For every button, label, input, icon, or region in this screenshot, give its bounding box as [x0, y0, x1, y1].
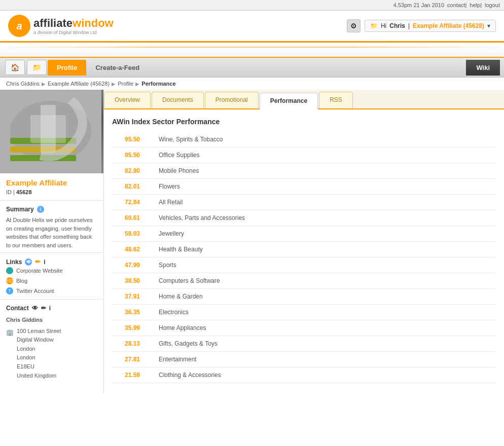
corporate-website-link[interactable]: Corporate Website — [16, 268, 63, 274]
score-cell: 36.35 — [112, 305, 153, 320]
link-item-twitter: T Twitter Account — [6, 286, 97, 296]
folder-icon: 📁 — [370, 22, 378, 29]
summary-title: Summary i — [6, 206, 97, 213]
content-area: Overview Documents Promotional Performan… — [104, 90, 504, 393]
score-cell: 48.62 — [112, 242, 153, 257]
nav-folder-button[interactable]: 📁 — [27, 60, 47, 75]
logo-icon: a — [8, 15, 30, 37]
sidebar: Example Affiliate ID | 45628 Summary i A… — [0, 90, 104, 393]
label-cell: Health & Beauty — [153, 242, 496, 257]
affiliate-logo-svg — [0, 90, 101, 173]
logout-link[interactable]: logout — [485, 2, 500, 8]
table-row: 58.03 Jewellery — [112, 226, 496, 242]
tab-overview[interactable]: Overview — [104, 92, 151, 108]
table-row: 82.01 Flowers — [112, 179, 496, 195]
contact-name: Chris Giddins — [6, 316, 97, 325]
breadcrumb: Chris Giddins ▶ Example Affiliate (45628… — [0, 78, 504, 90]
nav-tab-wiki[interactable]: Wiki — [466, 60, 500, 76]
logo-text: affiliatewindow — [33, 17, 114, 29]
breadcrumb-item-0[interactable]: Chris Giddins — [6, 81, 40, 87]
contact-link[interactable]: contact — [447, 2, 465, 8]
score-cell: 37.91 — [112, 289, 153, 305]
label-cell: Wine, Spirits & Tobacco — [153, 132, 496, 147]
summary-text: At Double Helix we pride ourselves on cr… — [6, 216, 97, 249]
breadcrumb-item-1[interactable]: Example Affiliate (45628) — [48, 81, 110, 87]
link-item-blog: RSS Blog — [6, 276, 97, 286]
score-cell: 38.50 — [112, 273, 153, 289]
label-cell: Gifts, Gadgets & Toys — [153, 336, 496, 352]
blog-link[interactable]: Blog — [16, 278, 27, 284]
globe-icon: 🌐 — [6, 267, 13, 274]
contact-eye-icon[interactable]: 👁 — [32, 305, 38, 312]
table-row: 28.13 Gifts, Gadgets & Toys — [112, 336, 496, 352]
performance-content: AWin Index Sector Performance 95.50 Wine… — [104, 109, 504, 391]
tab-performance[interactable]: Performance — [260, 93, 318, 109]
score-cell: 82.80 — [112, 163, 153, 179]
summary-info-icon[interactable]: i — [37, 206, 44, 213]
label-cell: Jewellery — [153, 226, 496, 242]
dropdown-arrow-icon[interactable]: ▾ — [487, 22, 490, 29]
links-edit-icon[interactable]: ✏ — [35, 258, 41, 266]
table-row: 82.80 Mobile Phones — [112, 163, 496, 179]
score-cell: 95.50 — [112, 132, 153, 147]
links-list: 🌐 Corporate Website RSS Blog T Twitter A… — [6, 266, 97, 296]
tab-promotional[interactable]: Promotional — [205, 92, 259, 108]
tab-documents[interactable]: Documents — [152, 92, 204, 108]
tab-rss[interactable]: RSS — [319, 92, 353, 108]
table-row: 48.62 Health & Beauty — [112, 242, 496, 257]
table-row: 27.81 Entertainment — [112, 352, 496, 367]
links-section: Links 👁 ✏ i 🌐 Corporate Website RSS Blog… — [0, 253, 103, 300]
table-row: 37.91 Home & Garden — [112, 289, 496, 305]
header: a affiliatewindow a division of Digital … — [0, 11, 504, 43]
nav-bar: 🏠 📁 Profile Create-a-Feed Wiki — [0, 58, 504, 78]
nav-tab-create[interactable]: Create-a-Feed — [86, 60, 149, 76]
performance-rows: 95.50 Wine, Spirits & Tobacco 95.50 Offi… — [112, 132, 496, 383]
links-info-icon[interactable]: 👁 — [25, 258, 32, 266]
label-cell: All Retail — [153, 195, 496, 210]
affiliate-name: Example Affiliate — [0, 173, 103, 188]
link-item-corporate: 🌐 Corporate Website — [6, 266, 97, 276]
nav-home-button[interactable]: 🏠 — [5, 60, 25, 75]
username: Chris — [389, 22, 405, 29]
breadcrumb-item-2[interactable]: Profile — [118, 81, 133, 87]
score-cell: 60.61 — [112, 210, 153, 226]
top-bar: 4.53pm 21 Jan 2010 contact | help | logo… — [0, 0, 504, 11]
address-text: 100 Leman StreetDigital WindowLondonLond… — [17, 327, 61, 381]
table-row: 95.50 Office Supplies — [112, 147, 496, 163]
logo-sub: a division of Digital Window Ltd — [33, 30, 114, 35]
table-row: 72.84 All Retail — [112, 195, 496, 210]
contact-info: Chris Giddins 🏢 100 Leman StreetDigital … — [6, 316, 97, 380]
label-cell: Entertainment — [153, 352, 496, 367]
address-block: 🏢 100 Leman StreetDigital WindowLondonLo… — [6, 327, 97, 381]
header-right: ⚙ 📁 Hi Chris | Example Affiliate (45628)… — [347, 19, 496, 32]
twitter-link[interactable]: Twitter Account — [16, 288, 54, 294]
label-cell: Office Supplies — [153, 147, 496, 163]
contact-edit-icon[interactable]: ✏ — [41, 305, 46, 312]
links-help-icon[interactable]: i — [44, 258, 45, 266]
label-cell: Vehicles, Parts and Accessories — [153, 210, 496, 226]
contact-section: Contact 👁 ✏ i Chris Giddins 🏢 100 Leman … — [0, 300, 103, 385]
performance-title: AWin Index Sector Performance — [112, 118, 496, 126]
contact-help-icon[interactable]: i — [49, 305, 51, 312]
table-row: 47.99 Sports — [112, 257, 496, 273]
table-row: 95.50 Wine, Spirits & Tobacco — [112, 132, 496, 147]
twitter-icon: T — [6, 287, 13, 294]
gear-button[interactable]: ⚙ — [347, 19, 361, 32]
nav-tab-profile[interactable]: Profile — [48, 60, 86, 76]
svg-rect-6 — [41, 105, 56, 153]
affiliate-id: ID | 45628 — [0, 188, 103, 201]
contact-header: Contact 👁 ✏ i — [6, 305, 97, 312]
help-link[interactable]: help — [470, 2, 480, 8]
datetime: 4.53pm 21 Jan 2010 — [393, 2, 444, 8]
label-cell: Home & Garden — [153, 289, 496, 305]
label-cell: Electronics — [153, 305, 496, 320]
label-cell: Computers & Software — [153, 273, 496, 289]
label-cell: Flowers — [153, 179, 496, 195]
performance-table: 95.50 Wine, Spirits & Tobacco 95.50 Offi… — [112, 132, 496, 383]
score-cell: 35.99 — [112, 320, 153, 336]
greeting-text: Hi — [381, 22, 386, 29]
table-row: 60.61 Vehicles, Parts and Accessories — [112, 210, 496, 226]
affiliate-link[interactable]: Example Affiliate (45628) — [413, 22, 484, 29]
label-cell: Clothing & Accessories — [153, 367, 496, 383]
score-cell: 82.01 — [112, 179, 153, 195]
